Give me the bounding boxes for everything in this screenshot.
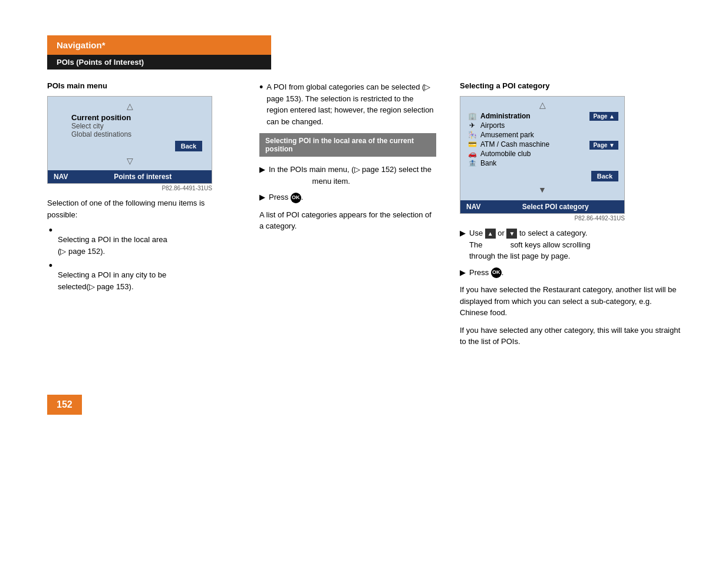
after-steps-text: A list of POI categories appears for the…	[259, 209, 436, 232]
poi-cat-list: 🏢 Administration ✈ Airports 🎠 Amusement …	[466, 112, 587, 168]
right-para-2: If you have selected any other category,…	[460, 325, 681, 348]
highlight-box: Selecting POI in the local area of the c…	[259, 133, 436, 157]
ok-badge-1: OK	[291, 193, 301, 203]
poi-cat-name-atm: ATM / Cash maschine	[480, 140, 587, 148]
nav-footer-left: NAV Points of interest	[48, 170, 212, 183]
right-step-2: ▶ Press OK.	[460, 267, 681, 279]
nav-footer-right: NAV Select POI category	[460, 200, 624, 213]
right-arrow-2-icon: ▶	[460, 267, 466, 279]
bullet-item-2	[47, 260, 236, 269]
nav-screen-left: △ Current position Select city Global de…	[47, 96, 212, 184]
arrow-up-icon: △	[54, 101, 206, 111]
arrow-down-icon: ▽	[54, 156, 206, 166]
poi-cat-automobile: 🚗 Automobile club	[466, 150, 587, 158]
poi-cat-name-airports: Airports	[480, 121, 587, 130]
middle-step-1: ▶ In the POIs main menu, (▷ page 152) se…	[259, 164, 436, 187]
right-para-1: If you have selected the Restaurant cate…	[460, 284, 681, 319]
poi-cat-rows: 🏢 Administration ✈ Airports 🎠 Amusement …	[466, 112, 618, 168]
page-number-section: 152	[47, 395, 681, 415]
nav-footer-right-poi: Select POI category	[492, 203, 618, 211]
bullet-item-1	[47, 225, 236, 234]
middle-step-1-text: In the POIs main menu, (▷ page 152) sele…	[269, 164, 436, 187]
arrow-1-icon: ▶	[259, 164, 265, 176]
nav-screen-right: △ 🏢 Administration ✈ Airports	[460, 96, 625, 214]
right-back-row: Back	[466, 168, 618, 184]
up-key-icon: ▲	[485, 229, 496, 239]
poi-cat-name-automobile: Automobile club	[480, 150, 587, 158]
bullet-dot-2	[47, 262, 54, 269]
administration-icon: 🏢	[466, 112, 478, 120]
poi-arrow-down-icon: ▼	[466, 185, 618, 194]
atm-icon: 💳	[466, 140, 478, 148]
automobile-icon: 🚗	[466, 150, 478, 158]
ok-badge-2: OK	[491, 267, 502, 278]
poi-cat-airports: ✈ Airports	[466, 121, 587, 130]
nav-footer-poi-label: Points of interest	[80, 173, 206, 181]
middle-bullet-dot: •	[259, 81, 263, 94]
right-step-1-text: Use ▲ or ▼ to select a category.The soft…	[469, 227, 590, 262]
nav-global-dest: Global destinations	[71, 130, 206, 138]
poi-cat-name-amusement: Amusement park	[480, 131, 587, 139]
right-step-2-text: Press OK.	[469, 267, 503, 279]
right-step-1: ▶ Use ▲ or ▼ to select a category.The so…	[460, 227, 681, 262]
top-bullet: • A POI from global categories can be se…	[259, 81, 436, 127]
back-button-left[interactable]: Back	[175, 141, 202, 151]
bullet-text-2-content: Selecting a POI in any city to beselecte…	[58, 269, 236, 292]
poi-cat-name-bank: Bank	[480, 159, 587, 167]
nav-label-right: NAV	[466, 203, 480, 211]
poi-cat-atm: 💳 ATM / Cash maschine	[466, 140, 587, 148]
nav-label-left: NAV	[54, 173, 68, 181]
nav-current-position: Current position	[71, 113, 206, 122]
intro-text: Selection of one of the following menu i…	[47, 197, 236, 292]
poi-arrow-up-icon: △	[466, 100, 618, 110]
poi-cat-amusement: 🎠 Amusement park	[466, 131, 587, 139]
middle-step-2-text: Press OK.	[269, 191, 303, 203]
page-up-button[interactable]: Page ▲	[589, 112, 618, 121]
bank-icon: 🏦	[466, 159, 478, 167]
middle-step-2: ▶ Press OK.	[259, 191, 436, 203]
header-subtitle: POIs (Points of Interest)	[47, 55, 271, 70]
right-section-title: Selecting a POI category	[460, 81, 681, 90]
poi-cat-bank: 🏦 Bank	[466, 159, 587, 167]
page-buttons-col: Page ▲ Page ▼	[589, 112, 618, 168]
intro-text-content: Selection of one of the following menu i…	[47, 199, 205, 219]
poi-cat-administration: 🏢 Administration	[466, 112, 587, 120]
catalog-ref-right: P82.86-4492-31US	[460, 215, 625, 222]
right-steps: ▶ Use ▲ or ▼ to select a category.The so…	[460, 227, 681, 348]
left-column: POIs main menu △ Current position Select…	[47, 81, 236, 348]
down-key-icon: ▼	[506, 229, 517, 239]
bullet-dot-1	[47, 227, 54, 234]
airports-icon: ✈	[466, 121, 478, 130]
header-title: Navigation*	[47, 35, 271, 55]
nav-select-city: Select city	[71, 122, 206, 130]
page-down-button[interactable]: Page ▼	[589, 141, 618, 150]
bullet-list: Selecting a POI in the local area(▷ page…	[47, 225, 236, 292]
back-button-right[interactable]: Back	[591, 171, 618, 181]
page-header: Navigation* POIs (Points of Interest)	[47, 35, 681, 70]
poi-cat-name-administration: Administration	[480, 112, 587, 120]
left-section-title: POIs main menu	[47, 81, 236, 90]
page-number: 152	[47, 395, 82, 415]
catalog-ref-left: P82.86-4491-31US	[47, 185, 212, 191]
right-column: Selecting a POI category △ 🏢 Administrat…	[460, 81, 681, 348]
middle-top-para: A POI from global categories can be sele…	[266, 81, 436, 127]
right-arrow-1-icon: ▶	[460, 227, 466, 239]
arrow-2-icon: ▶	[259, 191, 265, 203]
middle-column: • A POI from global categories can be se…	[259, 81, 436, 348]
bullet-text-1-content: Selecting a POI in the local area(▷ page…	[58, 234, 236, 257]
amusement-icon: 🎠	[466, 131, 478, 139]
